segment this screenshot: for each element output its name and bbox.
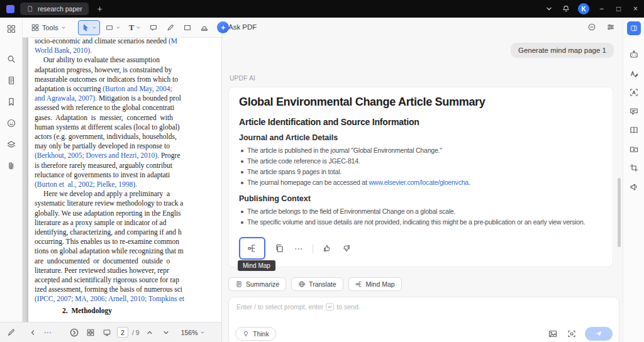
chevron-down-icon [545, 5, 553, 13]
send-button[interactable] [585, 327, 613, 341]
pdf-text-line: globally. We use adaptation reporting in… [35, 209, 221, 218]
pdf-viewer[interactable]: socio-economic and climate scenarios nee… [23, 38, 221, 322]
summary-bullet: The specific volume and issue details ar… [239, 217, 602, 228]
apps-grid-icon[interactable] [3, 20, 20, 38]
tools-menu-button[interactable]: Tools [26, 20, 70, 35]
pdf-text-line: tions on global adaptation while recogni… [35, 246, 221, 256]
chat-settings-icon[interactable] [605, 21, 616, 33]
section-heading: 2. Methodology [62, 306, 221, 316]
pdf-page: socio-economic and climate scenarios nee… [28, 38, 221, 322]
pdf-text-line: (IPCC, 2007; MA, 2006; Arnell, 2010; Tom… [35, 294, 221, 304]
insert-image-icon[interactable] [547, 328, 558, 339]
previous-page-button[interactable] [143, 326, 156, 339]
paper-plane-icon [595, 330, 602, 338]
thumbs-up-icon[interactable] [321, 243, 333, 254]
ai-robot-icon[interactable] [626, 47, 642, 63]
ai-sparkle-icon [217, 21, 229, 33]
actions-divider [313, 245, 313, 253]
enter-key-icon: ↵ [326, 303, 334, 311]
chevron-down-icon [92, 25, 97, 30]
user-avatar[interactable]: K [578, 3, 589, 14]
presentation-button[interactable] [101, 326, 113, 339]
translate-label: Translate [309, 280, 336, 288]
layers-icon[interactable] [3, 136, 20, 153]
quick-actions: Summarize Translate Mind Map [228, 277, 618, 291]
shape-tool-button[interactable] [102, 20, 124, 35]
rectangle-icon [183, 23, 192, 32]
pdf-text-line: actors (e.g. government, individuals, ho… [35, 132, 221, 141]
text-tool-icon: T [129, 23, 135, 33]
summarize-chip[interactable]: Summarize [228, 277, 286, 291]
comments-icon[interactable] [3, 114, 20, 132]
chevron-down-icon [61, 25, 66, 30]
chat-scrollbar[interactable] [618, 178, 621, 247]
thumbnail-view-button[interactable] [84, 326, 97, 339]
think-toggle[interactable]: Think [235, 327, 276, 341]
bookmark-icon[interactable] [3, 93, 20, 111]
zoom-control[interactable]: 156% [181, 329, 205, 336]
mind-map-icon [247, 243, 257, 253]
new-tab-button[interactable]: + [95, 4, 105, 14]
stylus-icon[interactable] [5, 326, 18, 339]
notifications-button[interactable] [557, 0, 574, 18]
monitor-icon [103, 328, 111, 337]
document-tab[interactable]: research paper [20, 3, 89, 15]
page-thumbnails-icon[interactable] [3, 72, 20, 89]
translate-chip[interactable]: Translate [291, 277, 343, 291]
prompt-input[interactable]: Enter / to select prompt, enter ↵ to sen… [228, 297, 619, 342]
folder-export-icon[interactable] [626, 141, 642, 157]
pdf-text-line: (Berkhout, 2005; Dovers and Hezri, 2010)… [35, 151, 221, 160]
maximize-button[interactable]: □ [610, 0, 627, 18]
stamp-tool-button[interactable] [197, 20, 212, 35]
panel-toggle-icon[interactable] [627, 21, 641, 35]
page-number-input[interactable]: 2 [117, 327, 128, 338]
chat-edit-icon[interactable] [626, 103, 642, 119]
mind-map-chip[interactable]: Mind Map [348, 277, 402, 291]
mind-map-action-button[interactable] [239, 237, 265, 260]
zoom-level: 156% [181, 329, 198, 336]
summarize-icon [235, 280, 243, 288]
text-tool-button[interactable]: T [126, 20, 145, 35]
mind-map-icon [355, 280, 363, 288]
pdf-text-line: Our ability to evaluate these assumption [35, 55, 221, 65]
left-sidebar [0, 18, 23, 322]
grid-view-icon [86, 328, 95, 337]
summary-bullet: The article belongs to the field of Envi… [239, 206, 602, 217]
rectangle-tool-button[interactable] [180, 20, 195, 35]
next-page-button[interactable] [160, 326, 172, 339]
ai-label: UPDF AI [230, 74, 618, 82]
ai-assistant-button[interactable] [214, 20, 232, 35]
chevron-down-icon [116, 25, 121, 30]
reader-book-icon[interactable] [626, 122, 642, 138]
close-button[interactable]: × [627, 0, 644, 18]
thumbs-down-icon[interactable] [341, 243, 352, 254]
pdf-text-line: identifying, characterizing, and compari… [35, 228, 221, 237]
user-message: Generate mind map page 1 [511, 43, 614, 58]
screenshot-icon[interactable] [566, 328, 577, 339]
history-back-button[interactable] [26, 326, 39, 339]
attachments-icon[interactable] [3, 157, 20, 175]
comment-tool-button[interactable] [146, 20, 161, 35]
more-actions-icon[interactable]: ⋯ [293, 243, 304, 254]
search-icon[interactable] [3, 50, 20, 68]
more-options-button[interactable]: ⋯ [42, 326, 54, 339]
crop-icon[interactable] [626, 160, 642, 176]
pdf-text-line: are undocumented or documented outside o [35, 256, 221, 266]
speech-bubble-icon [149, 23, 158, 32]
copy-icon[interactable] [274, 243, 285, 254]
summary-title: Global Environmental Change Article Summ… [239, 96, 602, 109]
select-tool-button[interactable] [78, 20, 100, 35]
tabs-dropdown-button[interactable] [540, 0, 557, 18]
cursor-icon [81, 23, 90, 32]
minimize-button[interactable]: − [593, 0, 610, 18]
ai-translate-icon[interactable] [626, 65, 642, 82]
announcement-icon[interactable] [626, 179, 642, 195]
ask-pdf-panel: Ask PDF Generate mind map page 1 UPDF AI… [221, 18, 623, 342]
text-recognition-icon[interactable] [626, 84, 642, 101]
expand-panel-button[interactable] [68, 326, 80, 339]
journal-homepage-link[interactable]: www.elsevier.com/locate/gloenvcha [369, 179, 469, 186]
chevron-down-icon [200, 330, 205, 335]
summary-subheading-journal: Journal and Article Details [239, 133, 602, 142]
pen-tool-button[interactable] [163, 20, 178, 35]
collapse-chat-icon[interactable] [586, 21, 597, 33]
